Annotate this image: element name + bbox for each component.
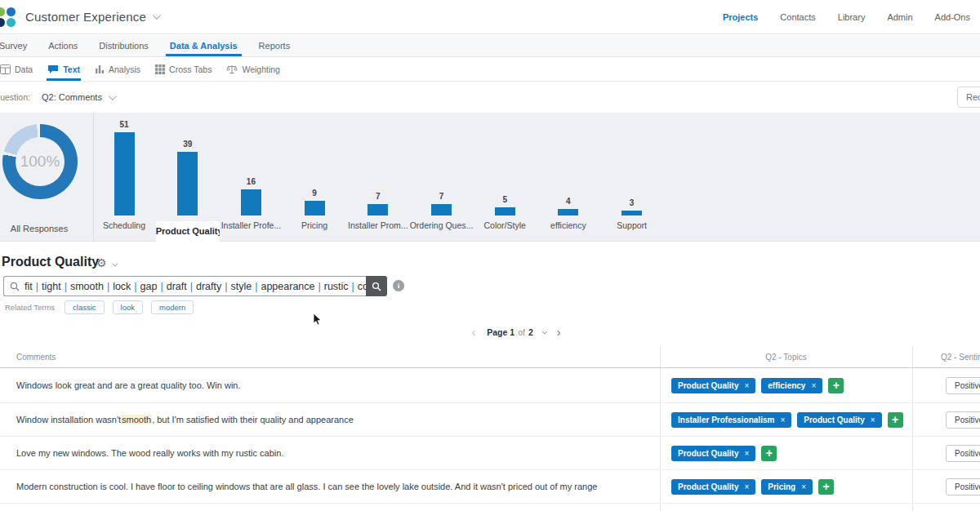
page-number: 1 xyxy=(510,327,514,337)
bar-rect[interactable] xyxy=(114,132,135,216)
bar-label[interactable]: Installer Prom... xyxy=(346,220,410,230)
tool-weighting[interactable]: Weighting xyxy=(219,58,287,81)
bar-rect[interactable] xyxy=(621,211,642,216)
chevron-down-icon[interactable] xyxy=(112,261,118,267)
remove-topic-icon[interactable]: × xyxy=(744,482,749,491)
brand-logo-icon[interactable] xyxy=(0,7,16,27)
tool-cross-tabs[interactable]: Cross Tabs xyxy=(148,58,219,81)
top-header: Customer Experience ProjectsContactsLibr… xyxy=(0,0,980,34)
bar-label[interactable]: Pricing xyxy=(283,220,346,230)
remove-topic-icon[interactable]: × xyxy=(801,482,806,491)
topic-tag-label: Product Quality xyxy=(678,381,738,390)
nav-library[interactable]: Library xyxy=(838,12,866,22)
bar-label[interactable]: efficiency xyxy=(537,220,600,230)
bar-rect[interactable] xyxy=(305,201,325,216)
tab-data-analysis[interactable]: Data & Analysis xyxy=(159,35,248,56)
add-topic-button[interactable]: + xyxy=(761,446,777,461)
bar-label[interactable]: Ordering Ques... xyxy=(410,220,474,230)
tool-analysis[interactable]: Analysis xyxy=(87,58,148,81)
add-topic-button[interactable]: + xyxy=(888,412,903,428)
bar-label-selected[interactable]: Product Quality xyxy=(156,221,220,242)
bar-rect[interactable] xyxy=(495,207,515,216)
gear-icon[interactable]: ⚙ xyxy=(96,256,107,269)
topic-tag-product-quality[interactable]: Product Quality× xyxy=(671,378,755,393)
tab-reports[interactable]: Reports xyxy=(248,35,301,56)
related-term-look[interactable]: look xyxy=(113,300,143,314)
bar-scheduling[interactable]: 51 xyxy=(92,120,156,216)
related-term-classic[interactable]: classic xyxy=(65,300,105,314)
question-selector[interactable]: Q2: Comments xyxy=(42,92,102,102)
bar-product-quality[interactable]: 39 xyxy=(156,140,220,216)
topic-tag-label: Product Quality xyxy=(804,415,864,424)
tab-actions[interactable]: Actions xyxy=(38,35,88,56)
bar-rect[interactable] xyxy=(431,204,452,216)
sentiment-select[interactable]: Positive xyxy=(946,377,980,394)
tab-distributions[interactable]: Distributions xyxy=(88,35,159,56)
topic-tag-efficiency[interactable]: efficiency× xyxy=(761,378,822,393)
recode-button[interactable]: Reco xyxy=(957,87,980,108)
nav-contacts[interactable]: Contacts xyxy=(780,12,815,22)
nav-add-ons[interactable]: Add-Ons xyxy=(935,12,970,22)
related-term-modern[interactable]: modern xyxy=(151,300,194,314)
bar-value: 39 xyxy=(156,140,220,149)
topic-tag-product-quality[interactable]: Product Quality× xyxy=(797,412,881,428)
topic-settings[interactable]: ⚙ xyxy=(96,256,116,269)
bar-color-style[interactable]: 5 xyxy=(473,195,537,216)
column-header-topics: Q2 - Topics xyxy=(660,353,912,362)
bar-value: 7 xyxy=(410,192,474,201)
bar-label[interactable]: Support xyxy=(600,220,664,230)
bar-label[interactable]: Installer Profe... xyxy=(219,220,283,230)
topic-tag-product-quality[interactable]: Product Quality× xyxy=(671,479,755,495)
info-icon[interactable]: i xyxy=(393,280,404,291)
topic-tag-product-quality[interactable]: Product Quality× xyxy=(671,446,755,461)
chevron-down-icon[interactable] xyxy=(109,92,117,100)
nav-projects[interactable]: Projects xyxy=(723,12,758,22)
search-term: fit xyxy=(24,281,33,292)
sentiment-select[interactable]: Positive xyxy=(946,445,980,462)
bar-rect[interactable] xyxy=(241,189,261,216)
sentiment-select[interactable]: Positive xyxy=(946,478,980,495)
tool-text[interactable]: Text xyxy=(40,58,87,81)
mouse-cursor xyxy=(313,313,323,327)
tool-data[interactable]: Data xyxy=(0,58,40,81)
bar-support[interactable]: 3 xyxy=(600,198,664,216)
chevron-down-icon[interactable] xyxy=(541,328,547,334)
bar-rect[interactable] xyxy=(368,204,388,216)
remove-topic-icon[interactable]: × xyxy=(871,415,875,424)
page-indicator[interactable]: Page 1 of 2 xyxy=(487,327,545,337)
prev-page-icon[interactable]: ‹ xyxy=(472,327,476,338)
bar-efficiency[interactable]: 4 xyxy=(537,197,600,216)
tab-survey[interactable]: Survey xyxy=(0,35,38,56)
bar-label[interactable]: Scheduling xyxy=(92,220,156,230)
bar-installer-profe-[interactable]: 16 xyxy=(219,177,283,216)
bar-rect[interactable] xyxy=(558,209,578,216)
topic-tag-label: Pricing xyxy=(768,482,795,491)
topic-tag-installer-professionalism[interactable]: Installer Professionalism× xyxy=(671,412,791,428)
nav-admin[interactable]: Admin xyxy=(887,12,912,22)
bar-value: 4 xyxy=(537,197,600,206)
next-page-icon[interactable]: › xyxy=(557,327,561,338)
add-topic-button[interactable]: + xyxy=(828,378,844,393)
search-terms-input[interactable]: fit|tight|smooth|lock|gap|draft|drafty|s… xyxy=(3,276,366,296)
term-separator: | xyxy=(33,281,42,292)
bar-label[interactable]: Color/Style xyxy=(473,220,537,230)
search-terms-value: fit|tight|smooth|lock|gap|draft|drafty|s… xyxy=(24,281,366,292)
bar-installer-prom-[interactable]: 7 xyxy=(346,192,410,216)
sentiment-select[interactable]: Positive xyxy=(946,411,980,429)
all-responses-panel[interactable]: 100% All Responses xyxy=(0,113,94,242)
search-submit-button[interactable] xyxy=(366,276,387,296)
page-word: Page xyxy=(487,327,507,337)
remove-topic-icon[interactable]: × xyxy=(811,381,816,390)
comment-segment: Love my new windows. The wood really wor… xyxy=(16,448,283,458)
chevron-down-icon[interactable] xyxy=(153,11,161,20)
bar-pricing[interactable]: 9 xyxy=(283,189,346,216)
remove-topic-icon[interactable]: × xyxy=(744,449,749,458)
bar-ordering-ques-[interactable]: 7 xyxy=(410,192,474,216)
remove-topic-icon[interactable]: × xyxy=(744,381,749,390)
topic-tag-pricing[interactable]: Pricing× xyxy=(761,479,813,495)
remove-topic-icon[interactable]: × xyxy=(780,415,785,424)
bar-rect[interactable] xyxy=(177,152,198,216)
term-separator: | xyxy=(314,281,323,292)
comment-segment: Modern construction is cool. I have floo… xyxy=(16,482,597,491)
add-topic-button[interactable]: + xyxy=(818,479,834,495)
